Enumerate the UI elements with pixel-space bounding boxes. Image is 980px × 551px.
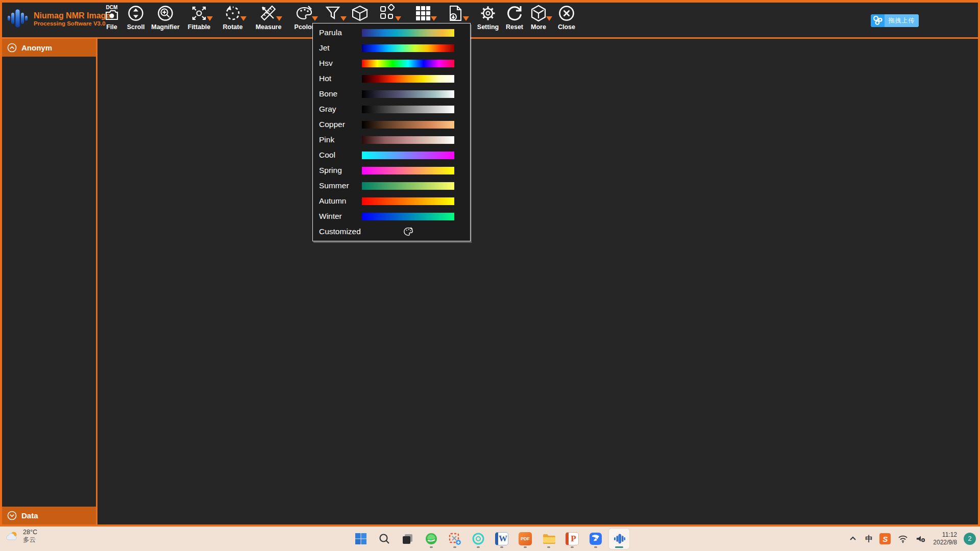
- running-indicator: [594, 546, 597, 548]
- measure-icon: [259, 4, 278, 22]
- colormap-item-pink[interactable]: Pink: [313, 132, 470, 147]
- notification-badge[interactable]: 2: [964, 533, 976, 545]
- colormap-item-hot[interactable]: Hot: [313, 71, 470, 86]
- setting-button[interactable]: Setting: [473, 4, 503, 36]
- rotate-button[interactable]: Rotate: [218, 4, 248, 36]
- taskbar-search-button[interactable]: [374, 529, 395, 549]
- pink-gradient-swatch: [362, 136, 454, 144]
- running-indicator: [500, 546, 503, 548]
- rotate-icon: [224, 4, 242, 22]
- shapes-icon: [378, 4, 397, 22]
- weather-widget[interactable]: 28°C 多云: [5, 529, 37, 544]
- fittable-icon: [190, 4, 208, 22]
- sogou-input-icon[interactable]: S: [879, 533, 891, 544]
- colormap-item-autumn[interactable]: Autumn: [313, 193, 470, 209]
- chevron-up-icon: [7, 43, 17, 53]
- dropdown-arrow-icon[interactable]: [463, 16, 469, 21]
- colormap-item-hsv[interactable]: Hsv: [313, 56, 470, 71]
- grid-icon: [414, 4, 432, 22]
- close-button[interactable]: Close: [552, 4, 581, 36]
- windows-taskbar: 28°C 多云: [0, 527, 980, 551]
- pdf-button[interactable]: PDF: [515, 529, 535, 549]
- drag-upload-button[interactable]: 拖拽上传: [871, 14, 919, 27]
- running-indicator: [547, 546, 550, 548]
- wifi-icon: [898, 534, 908, 544]
- colormap-item-bone[interactable]: Bone: [313, 86, 470, 102]
- windows-start-button[interactable]: [351, 529, 371, 549]
- colormap-item-customized[interactable]: Customized: [313, 224, 470, 239]
- colormap-dropdown-menu: Parula Jet Hsv Hot Bone Gray Copper Pink…: [312, 23, 471, 241]
- colormap-item-gray[interactable]: Gray: [313, 102, 470, 117]
- toolbar-label: Rotate: [223, 23, 243, 31]
- export-icon: [446, 4, 464, 22]
- toolbar-label: More: [531, 23, 546, 31]
- dropdown-arrow-icon[interactable]: [276, 16, 282, 21]
- drag-upload-label: 拖拽上传: [885, 14, 919, 27]
- magnifier-icon: [156, 4, 175, 22]
- toolbar-label: Magnifier: [151, 23, 180, 31]
- anonym-panel-header[interactable]: Anonym: [2, 39, 96, 57]
- dropdown-arrow-icon[interactable]: [312, 16, 318, 21]
- anonym-panel-label: Anonym: [21, 43, 52, 52]
- dropdown-arrow-icon[interactable]: [207, 16, 213, 21]
- colormap-item-winter[interactable]: Winter: [313, 209, 470, 224]
- teal-ring-app-icon: [472, 532, 485, 545]
- jet-gradient-swatch: [362, 44, 454, 52]
- colormap-item-cool[interactable]: Cool: [313, 147, 470, 163]
- toolbar-label: Scroll: [127, 23, 145, 31]
- colormap-item-summer[interactable]: Summer: [313, 178, 470, 193]
- magnifier-button[interactable]: Magnifier: [151, 4, 180, 36]
- colormap-item-parula[interactable]: Parula: [313, 25, 470, 40]
- more-cube-icon: [529, 4, 548, 22]
- copper-gradient-swatch: [362, 121, 454, 129]
- colormap-item-copper[interactable]: Copper: [313, 117, 470, 132]
- powerpoint-button[interactable]: P: [562, 529, 582, 549]
- snip-tool-button[interactable]: [445, 529, 465, 549]
- fittable-button[interactable]: Fittable: [184, 4, 214, 36]
- volume-muted-button[interactable]: [915, 533, 926, 544]
- feishu-button[interactable]: [585, 529, 606, 549]
- dropdown-arrow-icon[interactable]: [240, 16, 247, 21]
- colormap-item-spring[interactable]: Spring: [313, 163, 470, 178]
- scroll-button[interactable]: Scroll: [121, 4, 151, 36]
- task-view-icon: [401, 532, 414, 545]
- cube-icon: [351, 4, 369, 22]
- more-button[interactable]: More: [524, 4, 553, 36]
- dropdown-arrow-icon[interactable]: [395, 16, 401, 21]
- taskbar-apps: W PDF P: [351, 527, 629, 551]
- nmr-wave-logo-icon: [6, 6, 30, 31]
- toolbar: Niumag NMR Image Processing Software V3.…: [2, 3, 978, 37]
- file-explorer-button[interactable]: [538, 529, 559, 549]
- file-explorer-icon: [542, 532, 555, 545]
- measure-button[interactable]: Measure: [254, 4, 283, 36]
- dropdown-arrow-icon[interactable]: [431, 16, 437, 21]
- pdf-icon: PDF: [519, 532, 532, 545]
- ime-indicator[interactable]: 中: [865, 534, 873, 544]
- data-panel-header[interactable]: Data: [2, 507, 96, 524]
- hsv-gradient-swatch: [362, 60, 454, 67]
- task-view-button[interactable]: [398, 529, 418, 549]
- app-window: Niumag NMR Image Processing Software V3.…: [0, 0, 980, 527]
- clock-date: 2022/9/8: [933, 539, 957, 546]
- toolbar-label: Fittable: [188, 23, 210, 31]
- running-indicator: [571, 546, 574, 548]
- dcm-file-icon: DCM: [103, 4, 121, 22]
- green-browser-button[interactable]: [421, 529, 442, 549]
- toolbar-label: Setting: [477, 23, 499, 31]
- word-button[interactable]: W: [492, 529, 512, 549]
- teal-ring-app-button[interactable]: [468, 529, 488, 549]
- cool-gradient-swatch: [362, 152, 454, 159]
- spring-gradient-swatch: [362, 167, 454, 174]
- search-icon: [378, 532, 391, 545]
- colormap-item-jet[interactable]: Jet: [313, 40, 470, 56]
- chevron-down-icon: [7, 511, 17, 520]
- gear-icon: [479, 4, 497, 22]
- green-browser-icon: [425, 532, 438, 545]
- netdisk-icon: [871, 14, 885, 27]
- nmr-app-icon: [612, 532, 626, 545]
- wifi-button[interactable]: [897, 533, 909, 544]
- sidebar: Anonym Data: [2, 39, 96, 524]
- clock[interactable]: 11:12 2022/9/8: [933, 531, 957, 546]
- hidden-icons-chevron[interactable]: [847, 533, 859, 544]
- nmr-app-taskbar-button[interactable]: [609, 529, 629, 549]
